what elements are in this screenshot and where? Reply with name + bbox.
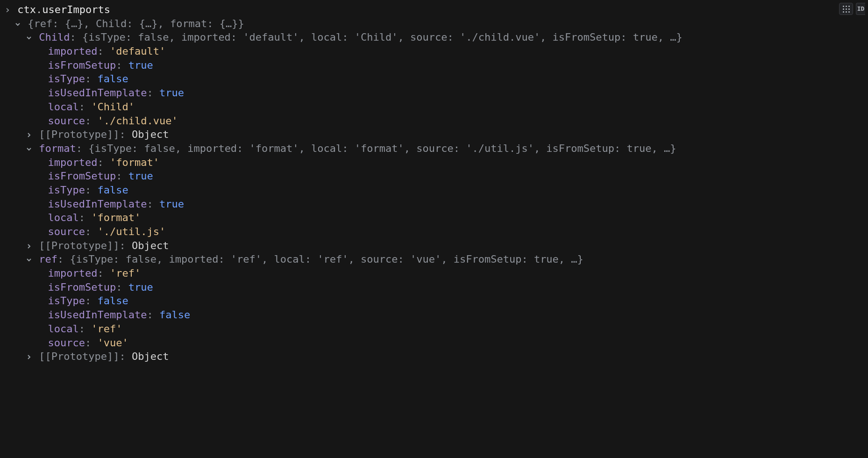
object-property[interactable]: isUsedInTemplate: true <box>0 86 868 100</box>
entry-summary: {isType: false, imported: 'default', loc… <box>82 31 683 43</box>
prop-key: source <box>48 226 85 237</box>
entry-summary: {isType: false, imported: 'ref', local: … <box>70 253 583 265</box>
prop-key: isUsedInTemplate <box>48 87 147 99</box>
prop-value: 'format' <box>91 212 141 223</box>
object-property[interactable]: isFromSetup: true <box>0 280 868 294</box>
prop-key: isFromSetup <box>48 170 116 182</box>
object-property[interactable]: isFromSetup: true <box>0 169 868 183</box>
drag-handle[interactable] <box>839 3 853 15</box>
chevron-down-icon <box>14 17 21 31</box>
prop-value: false <box>97 295 128 307</box>
prop-key: local <box>48 323 79 335</box>
prop-key: isUsedInTemplate <box>48 198 147 210</box>
prototype-row[interactable]: [[Prototype]]: Object <box>0 350 868 364</box>
object-property[interactable]: local: 'Child' <box>0 100 868 114</box>
input-arrow-icon: › <box>4 3 11 17</box>
prop-value: true <box>128 170 153 182</box>
prop-key: isType <box>48 184 85 196</box>
chevron-down-icon <box>25 30 33 44</box>
prop-key: isType <box>48 295 85 307</box>
object-property[interactable]: isType: false <box>0 183 868 197</box>
prop-value: 'format' <box>110 157 159 168</box>
console-input-line: › ctx.userImports <box>0 3 868 17</box>
chevron-down-icon <box>25 252 33 266</box>
prototype-row[interactable]: [[Prototype]]: Object <box>0 128 868 142</box>
chevron-right-icon <box>25 128 33 142</box>
prop-key: isType <box>48 73 85 85</box>
internal-slot-value: Object <box>132 129 169 140</box>
prop-value: 'Child' <box>91 101 135 113</box>
prop-value: 'default' <box>110 45 165 57</box>
root-summary: {ref: {…}, Child: {…}, format: {…}} <box>28 18 244 29</box>
prop-value: false <box>97 73 128 85</box>
internal-slot-value: Object <box>132 351 169 362</box>
object-property[interactable]: local: 'format' <box>0 211 868 225</box>
prop-value: './util.js' <box>97 226 165 237</box>
prop-value: './child.vue' <box>97 115 178 127</box>
prop-key: local <box>48 101 79 113</box>
chevron-down-icon <box>25 142 33 156</box>
object-property[interactable]: source: './util.js' <box>0 225 868 239</box>
internal-slot-key: [[Prototype]] <box>39 129 119 140</box>
prop-key: source <box>48 115 85 127</box>
prop-key: isFromSetup <box>48 59 116 71</box>
devtools-console: ID › ctx.userImports {ref: {…}, Child: {… <box>0 0 868 364</box>
prop-value: 'ref' <box>91 323 122 335</box>
internal-slot-key: [[Prototype]] <box>39 240 119 251</box>
prop-key: local <box>48 212 79 223</box>
entry-key: format <box>39 143 76 154</box>
entry-summary: {isType: false, imported: 'format', loca… <box>88 143 676 154</box>
prototype-row[interactable]: [[Prototype]]: Object <box>0 239 868 253</box>
prop-value: true <box>159 198 184 210</box>
object-property[interactable]: isType: false <box>0 72 868 86</box>
prop-value: 'vue' <box>97 337 128 349</box>
object-property[interactable]: source: 'vue' <box>0 336 868 350</box>
prop-key: imported <box>48 157 98 168</box>
grip-icon <box>843 6 850 13</box>
id-button[interactable]: ID <box>856 3 865 15</box>
chevron-right-icon <box>25 239 33 253</box>
object-entry[interactable]: ref: {isType: false, imported: 'ref', lo… <box>0 252 868 266</box>
console-command-text: ctx.userImports <box>17 4 110 15</box>
object-property[interactable]: isType: false <box>0 294 868 308</box>
object-property[interactable]: isUsedInTemplate: false <box>0 308 868 322</box>
object-property[interactable]: imported: 'default' <box>0 44 868 58</box>
object-property[interactable]: imported: 'ref' <box>0 266 868 280</box>
internal-slot-key: [[Prototype]] <box>39 351 119 362</box>
entry-key: ref <box>39 253 57 265</box>
entry-key: Child <box>39 31 70 43</box>
object-root[interactable]: {ref: {…}, Child: {…}, format: {…}} <box>0 17 868 31</box>
object-entries: Child: {isType: false, imported: 'defaul… <box>0 30 868 364</box>
prop-key: imported <box>48 45 98 57</box>
object-entry[interactable]: Child: {isType: false, imported: 'defaul… <box>0 30 868 44</box>
prop-value: true <box>128 281 153 293</box>
prop-key: isUsedInTemplate <box>48 309 147 321</box>
object-entry[interactable]: format: {isType: false, imported: 'forma… <box>0 142 868 156</box>
object-property[interactable]: isUsedInTemplate: true <box>0 197 868 211</box>
prop-key: source <box>48 337 85 349</box>
chevron-right-icon <box>25 350 33 364</box>
prop-key: isFromSetup <box>48 281 116 293</box>
object-property[interactable]: isFromSetup: true <box>0 58 868 72</box>
prop-value: 'ref' <box>110 267 141 279</box>
prop-value: false <box>159 309 190 321</box>
prop-value: true <box>159 87 184 99</box>
object-property[interactable]: imported: 'format' <box>0 156 868 170</box>
object-property[interactable]: local: 'ref' <box>0 322 868 336</box>
id-label: ID <box>857 5 865 13</box>
object-property[interactable]: source: './child.vue' <box>0 114 868 128</box>
prop-value: false <box>97 184 128 196</box>
internal-slot-value: Object <box>132 240 169 251</box>
prop-key: imported <box>48 267 98 279</box>
console-toolbar: ID <box>839 3 865 15</box>
prop-value: true <box>128 59 153 71</box>
